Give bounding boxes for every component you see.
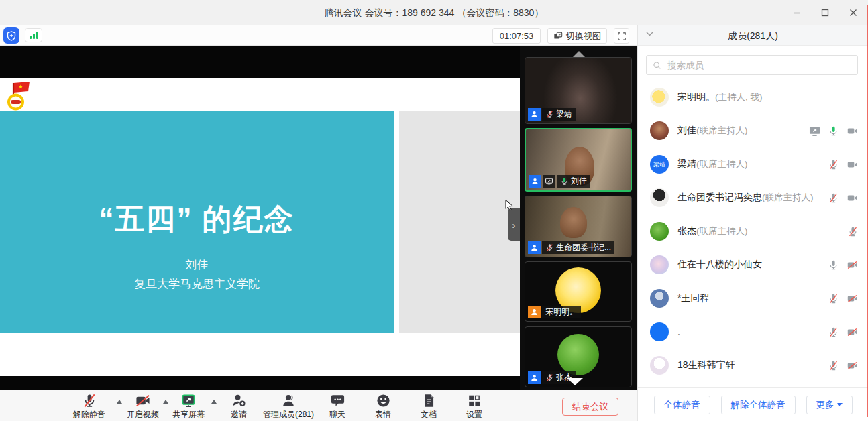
mic-muted-icon [545, 243, 554, 252]
camera-off-icon[interactable] [846, 293, 859, 304]
network-signal-icon[interactable] [25, 28, 42, 42]
member-name: 生命团委书记冯奕忠 [677, 192, 762, 204]
mic-muted-icon[interactable] [828, 326, 839, 338]
avatar [650, 188, 669, 207]
camera-off-icon[interactable] [846, 360, 859, 371]
member-badge-icon [528, 241, 541, 254]
switch-view-button[interactable]: 切换视图 [547, 28, 607, 44]
fullscreen-button[interactable] [614, 28, 629, 44]
search-icon [653, 61, 661, 70]
share-options-caret-icon[interactable] [211, 400, 217, 404]
member-row[interactable]: 住在十八楼的小仙女 [638, 248, 868, 282]
unmute-all-button[interactable]: 解除全体静音 [721, 396, 796, 414]
camera-on-icon[interactable] [846, 192, 859, 204]
mute-all-button[interactable]: 全体静音 [654, 396, 710, 414]
member-role: (联席主持人) [762, 192, 814, 204]
docs-button[interactable]: 文档 [421, 393, 437, 420]
communist-youth-league-emblem-icon [5, 81, 32, 112]
member-badge-icon [529, 175, 541, 188]
slide-title-block: “五四” 的纪念 刘佳 复旦大学马克思主义学院 [0, 111, 394, 333]
member-row[interactable]: 生命团委书记冯奕忠 (联席主持人) [638, 181, 868, 215]
meeting-security-shield-icon[interactable] [3, 27, 19, 44]
member-row[interactable]: 宋明明。 (主持人, 我) [638, 80, 868, 114]
mouse-cursor [505, 200, 514, 211]
tile-name: 生命团委书记... [556, 242, 611, 253]
member-search-input[interactable] [666, 60, 851, 71]
avatar [650, 322, 669, 341]
video-tile-songmingming[interactable]: 宋明明。 [525, 261, 632, 322]
mic-muted-icon[interactable] [828, 293, 839, 304]
presentation-stage: “五四” 的纪念 刘佳 复旦大学马克思主义学院 › [0, 46, 520, 390]
chat-bubble-icon [330, 393, 345, 408]
member-row[interactable]: 梁靖 梁靖 (联席主持人) [638, 147, 868, 181]
camera-on-icon[interactable] [846, 159, 859, 170]
member-name: 住在十八楼的小仙女 [677, 259, 762, 271]
window-title: 腾讯会议 会议号：189 692 344 （会议密码：8830） [0, 0, 868, 25]
member-row[interactable]: 刘佳 (联席主持人) [638, 114, 868, 147]
mic-muted-icon[interactable] [828, 192, 839, 204]
member-row[interactable]: *王同程 [638, 282, 868, 315]
member-search-box[interactable] [646, 55, 858, 75]
mic-options-caret-icon[interactable] [117, 400, 122, 404]
video-tile-liangjing[interactable]: 梁靖 [525, 57, 632, 124]
camera-off-icon[interactable] [846, 259, 859, 271]
tencent-meeting-window: 腾讯会议 会议号：189 692 344 （会议密码：8830） 01:07:5… [0, 0, 868, 421]
video-options-caret-icon[interactable] [163, 400, 168, 404]
camera-off-icon[interactable] [846, 326, 859, 338]
mic-on-icon[interactable] [828, 259, 839, 271]
avatar: 梁靖 [650, 155, 669, 174]
share-screen-button[interactable]: 共享屏幕 [172, 393, 205, 420]
switch-view-icon [553, 32, 563, 41]
minimize-button[interactable] [792, 7, 802, 18]
chat-button[interactable]: 聊天 [329, 393, 345, 420]
smiley-icon [376, 393, 391, 408]
close-button[interactable] [848, 7, 859, 18]
avatar [650, 88, 669, 107]
slide: “五四” 的纪念 刘佳 复旦大学马克思主义学院 [0, 78, 520, 376]
mic-muted-icon [82, 393, 97, 408]
mic-muted-icon[interactable] [847, 226, 859, 237]
member-panel-title: 成员(281人) [638, 25, 868, 46]
camera-on-icon[interactable] [846, 125, 859, 137]
mic-on-green-icon[interactable] [828, 125, 839, 137]
member-row[interactable]: 张杰 (联席主持人) [638, 215, 868, 248]
mic-muted-icon[interactable] [828, 159, 839, 170]
member-panel-header: 成员(281人) [638, 25, 868, 46]
member-name: 张杰 [677, 225, 696, 237]
end-meeting-button[interactable]: 结束会议 [562, 398, 618, 416]
unmute-button[interactable]: 解除静音 [73, 393, 105, 420]
video-tile-shengmingtuanwei[interactable]: 生命团委书记... [525, 196, 632, 257]
slide-organization: 复旦大学马克思主义学院 [0, 276, 394, 292]
member-role: (联席主持人) [696, 158, 748, 170]
maximize-button[interactable] [820, 7, 830, 18]
invite-button[interactable]: 邀请 [231, 393, 247, 420]
emoji-button[interactable]: 表情 [375, 393, 391, 420]
more-button[interactable]: 更多 [806, 396, 853, 414]
member-row[interactable]: . [638, 315, 868, 349]
slide-title: “五四” 的纪念 [0, 200, 394, 239]
manage-members-button[interactable]: 管理成员(281) [263, 393, 314, 420]
member-row[interactable]: 18生科韩宇轩 [638, 349, 868, 382]
member-list: 宋明明。 (主持人, 我) 刘佳 (联席主持人) 梁靖 梁靖 (联席主持人) [638, 80, 868, 382]
collapse-panel-chevron-icon[interactable] [646, 32, 653, 36]
tile-name: 宋明明。 [545, 306, 578, 318]
scroll-up-icon[interactable] [573, 51, 585, 57]
member-name: 18生科韩宇轩 [677, 359, 735, 371]
next-slide-button[interactable]: › [508, 208, 520, 241]
start-video-button[interactable]: 开启视频 [127, 393, 159, 420]
share-screen-icon [180, 393, 197, 408]
avatar [650, 289, 669, 308]
scroll-down-icon[interactable] [567, 378, 583, 385]
member-badge-icon [528, 108, 541, 121]
settings-button[interactable]: 设置 [466, 393, 482, 420]
member-role: (联席主持人) [696, 125, 748, 137]
sharing-screen-icon [808, 125, 821, 137]
invite-person-icon [231, 393, 247, 408]
video-tile-liujia[interactable]: 刘佳 [525, 128, 632, 192]
person-icon [280, 393, 296, 408]
mic-muted-icon[interactable] [828, 360, 839, 371]
mic-muted-icon [545, 373, 554, 382]
chevron-down-icon [837, 403, 843, 406]
host-badge-icon [528, 306, 541, 318]
member-name: 宋明明。 [677, 91, 715, 103]
